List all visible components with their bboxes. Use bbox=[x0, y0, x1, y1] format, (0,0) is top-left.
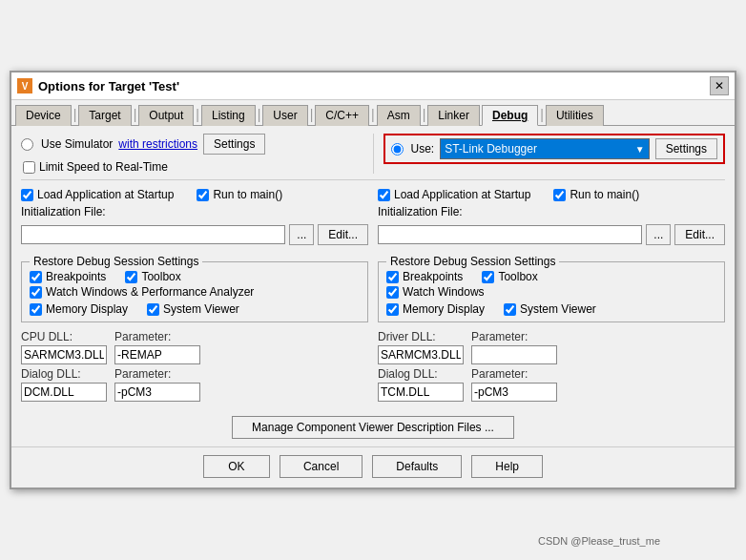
right-edit-button[interactable]: Edit... bbox=[674, 224, 725, 245]
tab-target[interactable]: Target bbox=[78, 105, 131, 126]
left-init-file-input[interactable] bbox=[21, 225, 285, 244]
left-settings-button[interactable]: Settings bbox=[203, 134, 265, 155]
defaults-button[interactable]: Defaults bbox=[372, 455, 462, 478]
tab-user[interactable]: User bbox=[262, 105, 307, 126]
left-dialog-param-input[interactable] bbox=[114, 383, 200, 402]
right-settings-button[interactable]: Settings bbox=[655, 138, 717, 159]
title-bar: V Options for Target 'Test' ✕ bbox=[11, 73, 735, 100]
left-dialog-dll-input[interactable] bbox=[21, 383, 107, 402]
left-sysviewer-checkbox[interactable] bbox=[147, 303, 159, 316]
right-dll-section: Driver DLL: Parameter: Dialog DLL: bbox=[378, 330, 725, 404]
left-edit-button[interactable]: Edit... bbox=[318, 224, 368, 245]
help-button[interactable]: Help bbox=[471, 455, 543, 478]
right-restore-legend: Restore Debug Session Settings bbox=[386, 255, 559, 268]
left-dll-section: CPU DLL: Parameter: Dialog DLL: bbox=[21, 330, 368, 404]
tab-debug[interactable]: Debug bbox=[482, 105, 538, 126]
debugger-dropdown[interactable]: ST-Link Debugger ▼ bbox=[440, 138, 649, 159]
left-breakpoints-checkbox[interactable] bbox=[30, 271, 42, 283]
right-toolbox-label: Toolbox bbox=[498, 270, 537, 283]
left-dialog-param-col: Parameter: bbox=[114, 367, 200, 402]
left-run-to-main-label: Run to main() bbox=[213, 188, 282, 201]
left-restore-legend: Restore Debug Session Settings bbox=[30, 255, 202, 268]
right-panel: Load Application at Startup Run to main(… bbox=[378, 186, 725, 404]
right-driver-dll-label: Driver DLL: bbox=[378, 330, 464, 343]
left-memory-label: Memory Display bbox=[46, 302, 128, 316]
left-dialog-dll-label: Dialog DLL: bbox=[21, 367, 107, 381]
right-browse-button[interactable]: ... bbox=[646, 224, 671, 245]
tab-linker[interactable]: Linker bbox=[427, 105, 480, 126]
right-dialog-param-col: Parameter: bbox=[471, 367, 557, 402]
left-toolbox-label: Toolbox bbox=[141, 270, 180, 283]
left-cpu-dll-input[interactable] bbox=[21, 345, 107, 364]
tab-asm[interactable]: Asm bbox=[377, 105, 421, 126]
use-debugger-radio[interactable] bbox=[391, 143, 404, 156]
right-watch-checkbox[interactable] bbox=[386, 286, 399, 299]
debugger-value: ST-Link Debugger bbox=[445, 142, 537, 156]
title-bar-left: V Options for Target 'Test' bbox=[17, 78, 179, 93]
close-button[interactable]: ✕ bbox=[710, 76, 729, 95]
right-driver-dll-col: Driver DLL: bbox=[378, 330, 464, 364]
with-restrictions-link[interactable]: with restrictions bbox=[118, 137, 197, 151]
left-toolbox-checkbox[interactable] bbox=[125, 271, 137, 283]
left-breakpoints-row: Breakpoints bbox=[30, 270, 106, 283]
left-cpu-param-input[interactable] bbox=[114, 345, 200, 364]
right-driver-param-label: Parameter: bbox=[471, 330, 557, 343]
right-driver-dll-input[interactable] bbox=[378, 345, 464, 364]
right-load-app-checkbox[interactable] bbox=[378, 189, 390, 201]
right-driver-param-input[interactable] bbox=[471, 345, 557, 364]
left-restore-row1: Breakpoints Toolbox bbox=[30, 268, 360, 283]
right-watch-row: Watch Windows bbox=[386, 285, 716, 299]
left-panel-top: Use Simulator with restrictions Settings… bbox=[21, 134, 374, 174]
tab-listing[interactable]: Listing bbox=[201, 105, 256, 126]
left-load-app-row: Load Application at Startup Run to main(… bbox=[21, 188, 368, 201]
left-memory-checkbox[interactable] bbox=[30, 303, 42, 316]
right-toolbox-checkbox[interactable] bbox=[482, 271, 494, 283]
left-watch-row: Watch Windows & Performance Analyzer bbox=[30, 285, 360, 299]
use-label: Use: bbox=[411, 142, 435, 156]
left-init-file-row: ... Edit... bbox=[21, 224, 368, 245]
right-driver-dll-row: Driver DLL: Parameter: bbox=[378, 330, 725, 364]
right-load-app-row: Load Application at Startup Run to main(… bbox=[378, 188, 725, 201]
tab-cpp[interactable]: C/C++ bbox=[315, 105, 369, 126]
limit-speed-checkbox[interactable] bbox=[23, 161, 35, 174]
right-load-app-label: Load Application at Startup bbox=[394, 188, 530, 201]
right-dialog-dll-col: Dialog DLL: bbox=[378, 367, 464, 402]
right-restore-row1: Breakpoints Toolbox bbox=[386, 268, 716, 283]
left-breakpoints-label: Breakpoints bbox=[46, 270, 106, 283]
left-browse-button[interactable]: ... bbox=[289, 224, 314, 245]
tab-output[interactable]: Output bbox=[138, 105, 194, 126]
right-sysviewer-checkbox[interactable] bbox=[504, 303, 516, 316]
watermark: CSDN @Please_trust_me bbox=[538, 535, 660, 547]
left-cpu-param-label: Parameter: bbox=[114, 330, 200, 343]
left-run-to-main-checkbox[interactable] bbox=[197, 189, 209, 201]
left-memory-row: Memory Display bbox=[30, 302, 128, 316]
right-watch-label: Watch Windows bbox=[403, 285, 485, 299]
tab-utilities[interactable]: Utilities bbox=[546, 105, 604, 126]
right-toolbox-row: Toolbox bbox=[482, 270, 537, 283]
left-load-app-checkbox[interactable] bbox=[21, 189, 33, 201]
cancel-button[interactable]: Cancel bbox=[280, 455, 363, 478]
left-restore-row3: Memory Display System Viewer bbox=[30, 301, 360, 316]
right-memory-row: Memory Display bbox=[386, 302, 485, 316]
manage-button[interactable]: Manage Component Viewer Description File… bbox=[232, 416, 514, 439]
right-breakpoints-row: Breakpoints bbox=[386, 270, 463, 283]
right-memory-checkbox[interactable] bbox=[386, 303, 399, 316]
bottom-section: Load Application at Startup Run to main(… bbox=[21, 186, 725, 404]
dialog: V Options for Target 'Test' ✕ Device | T… bbox=[10, 71, 736, 489]
left-sysviewer-label: System Viewer bbox=[163, 302, 239, 316]
tab-device[interactable]: Device bbox=[15, 105, 72, 126]
right-sysviewer-row: System Viewer bbox=[504, 302, 596, 316]
left-watch-label: Watch Windows & Performance Analyzer bbox=[46, 285, 254, 299]
right-dialog-param-input[interactable] bbox=[471, 383, 557, 402]
right-dialog-dll-input[interactable] bbox=[378, 383, 464, 402]
ok-button[interactable]: OK bbox=[203, 455, 270, 478]
right-restore-group: Restore Debug Session Settings Breakpoin… bbox=[378, 255, 725, 322]
right-breakpoints-checkbox[interactable] bbox=[386, 271, 399, 283]
right-panel-top: Use: ST-Link Debugger ▼ Settings bbox=[374, 134, 726, 174]
left-toolbox-row: Toolbox bbox=[125, 270, 180, 283]
use-simulator-radio[interactable] bbox=[21, 138, 33, 151]
left-watch-checkbox[interactable] bbox=[30, 286, 42, 299]
right-sysviewer-label: System Viewer bbox=[520, 302, 596, 316]
right-init-file-input[interactable] bbox=[378, 225, 642, 244]
right-run-to-main-checkbox[interactable] bbox=[553, 189, 566, 201]
